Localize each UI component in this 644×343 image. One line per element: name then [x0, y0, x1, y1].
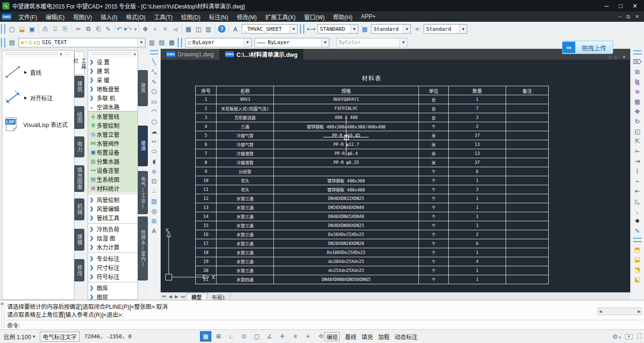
new-icon[interactable]: ▢: [7, 24, 17, 34]
layer-manager-icon[interactable]: ▤: [7, 37, 17, 48]
table-style-icon[interactable]: ▦: [360, 24, 370, 34]
join-icon[interactable]: ⇤: [633, 186, 643, 196]
palette-item[interactable]: ≣多管绘制: [88, 121, 137, 130]
help-icon[interactable]: ?: [218, 25, 226, 33]
mdi-minimize-icon[interactable]: ─: [618, 14, 622, 20]
palette-item[interactable]: ╪水管管线: [88, 112, 137, 121]
properties-palette-icon[interactable]: ◫: [193, 24, 203, 34]
close-icon[interactable]: x: [60, 52, 62, 56]
toolbar-grip[interactable]: [1, 24, 5, 34]
match-properties-icon[interactable]: ✎: [103, 24, 113, 34]
menu-item[interactable]: 编辑(E): [41, 11, 69, 22]
drag-upload-button[interactable]: ∞ 拖拽上传: [562, 41, 613, 54]
discipline-tab-2[interactable]: 电气(工业): [138, 171, 148, 214]
region-icon[interactable]: ◎: [149, 206, 159, 216]
document-tab-0[interactable]: DWGDrawing1.dwg: [161, 49, 219, 60]
menu-item[interactable]: 工具(T): [150, 11, 177, 22]
mdi-close-icon[interactable]: ✕: [635, 14, 639, 20]
menu-item[interactable]: 视图(V): [69, 11, 96, 22]
tool-palette-icon[interactable]: ▥: [203, 24, 213, 34]
chamfer-icon[interactable]: ◺: [633, 196, 643, 206]
menu-item[interactable]: 标注(N): [205, 11, 233, 22]
line-icon[interactable]: ╲: [149, 57, 159, 67]
palette-group[interactable]: ❯设 置: [88, 57, 137, 66]
erase-icon[interactable]: ⌦: [633, 57, 643, 67]
fullscreen-icon[interactable]: ⛶: [637, 333, 641, 340]
tab-arrow-icon[interactable]: ▷: [615, 54, 618, 60]
tray-dropdown-icon[interactable]: ▼: [625, 334, 633, 339]
command-grip[interactable]: [1, 302, 4, 328]
zoom-realtime-icon[interactable]: ⌕: [150, 24, 160, 34]
copy-icon[interactable]: ⧉: [83, 24, 93, 34]
command-window[interactable]: × 请选择要统计的内容后按确定[选取闭合PLINE(P)]<整张图>:取消 请点…: [0, 300, 644, 329]
grid-icon[interactable]: ▦: [200, 331, 211, 342]
make-object-layer-current-icon[interactable]: ▥: [147, 37, 157, 48]
text-style-icon[interactable]: A: [230, 24, 240, 34]
scroll-right-icon[interactable]: ▶: [638, 309, 641, 314]
arc-icon[interactable]: ◠: [149, 107, 159, 117]
tab-arrow-icon[interactable]: ◁: [608, 54, 612, 60]
construction-line-icon[interactable]: ⤡: [149, 67, 159, 77]
rectangle-icon[interactable]: ▭: [149, 97, 159, 107]
calculator-icon[interactable]: ▦: [183, 24, 193, 34]
sidebar-tab-4[interactable]: 机械: [74, 199, 84, 220]
palette-group[interactable]: ❯图库: [88, 283, 137, 292]
palette-group[interactable]: ❯风管编辑: [88, 204, 137, 213]
menu-item[interactable]: 绘图(D): [177, 11, 205, 22]
menu-item[interactable]: 修改(M): [233, 11, 261, 22]
sidebar-tab-1[interactable]: 绘图: [74, 106, 84, 129]
close-icon[interactable]: ✕: [630, 2, 640, 9]
save-icon[interactable]: ▣: [27, 24, 37, 34]
minimize-icon[interactable]: ─: [601, 2, 612, 9]
discipline-tab-1[interactable]: 暖通: [138, 126, 148, 166]
sidebar-tab-3[interactable]: 填充图案: [74, 165, 84, 192]
layer-states-icon[interactable]: ▦: [167, 37, 177, 48]
print-preview-icon[interactable]: ⌻: [50, 24, 60, 34]
palette-item[interactable]: ⊞材料统计: [88, 184, 137, 193]
chevron-down-icon[interactable]: ▼: [290, 25, 297, 33]
dynamic-ucs-icon[interactable]: ⌖: [302, 331, 314, 342]
menu-item[interactable]: 窗口(W): [300, 11, 329, 22]
polyline-icon[interactable]: ∿: [149, 77, 159, 87]
lineweight-icon[interactable]: ≡: [290, 331, 301, 342]
status-toggle-label[interactable]: 动态标注: [395, 333, 417, 341]
table-icon[interactable]: ⊞: [149, 216, 159, 226]
discipline-tab-0[interactable]: 建筑: [138, 70, 148, 106]
palette-group[interactable]: ❯建 筑: [88, 66, 137, 75]
redo-icon[interactable]: ↷ ▾: [127, 24, 137, 34]
palette-item[interactable]: ▥分集水器: [88, 157, 137, 166]
status-toggle-label[interactable]: 编组: [325, 332, 340, 341]
send-to-back-icon[interactable]: ⬓: [633, 254, 643, 264]
spline-icon[interactable]: ∾: [149, 136, 159, 146]
palette-item[interactable]: ◎水管立管: [88, 130, 137, 139]
publish-icon[interactable]: ⎘: [60, 24, 70, 34]
document-tab-1[interactable]: DWGC:\...\材料清单演示.dwg: [219, 49, 303, 60]
ortho-icon[interactable]: ∟: [226, 331, 237, 342]
menu-item[interactable]: 帮助(H): [329, 11, 357, 22]
send-below-icon[interactable]: ⬕: [633, 274, 643, 284]
osnap-icon[interactable]: ▢: [251, 331, 263, 342]
palette-group[interactable]: ❯冷热负荷: [88, 225, 137, 234]
array-icon[interactable]: ▦: [633, 97, 643, 107]
make-block-icon[interactable]: ⊡: [149, 176, 159, 186]
open-icon[interactable]: ⬓: [17, 24, 27, 34]
chevron-down-icon[interactable]: ▼: [350, 25, 358, 33]
status-toggle-label[interactable]: 基线: [345, 333, 356, 341]
tool-visuallisp[interactable]: LSP VisualLisp 表达式: [2, 113, 74, 135]
break-icon[interactable]: ⌁: [633, 176, 643, 186]
palette-item[interactable]: ▣布置设备: [88, 148, 137, 157]
print-icon[interactable]: ⎙: [40, 24, 50, 34]
explode-icon[interactable]: ✸: [633, 216, 643, 226]
paste-icon[interactable]: ⎗: [93, 24, 103, 34]
zoom-window-icon[interactable]: ⌗: [160, 24, 170, 34]
polygon-icon[interactable]: ⬠: [149, 87, 159, 97]
gear-icon[interactable]: ⚙▾: [612, 333, 621, 340]
sidebar-tab-5[interactable]: 建模: [74, 229, 84, 251]
rotate-icon[interactable]: ↻: [633, 117, 643, 126]
layout-nav-icon[interactable]: ▶: [173, 294, 180, 299]
dim-style-icon[interactable]: ⟷: [306, 24, 316, 34]
ellipse-icon[interactable]: ⬭: [149, 146, 159, 156]
status-toggle-label[interactable]: 填充: [362, 333, 373, 341]
scale-selector[interactable]: 比例 1:100 ▾: [4, 333, 35, 341]
palette-item[interactable]: ▤生系统图: [88, 175, 137, 184]
